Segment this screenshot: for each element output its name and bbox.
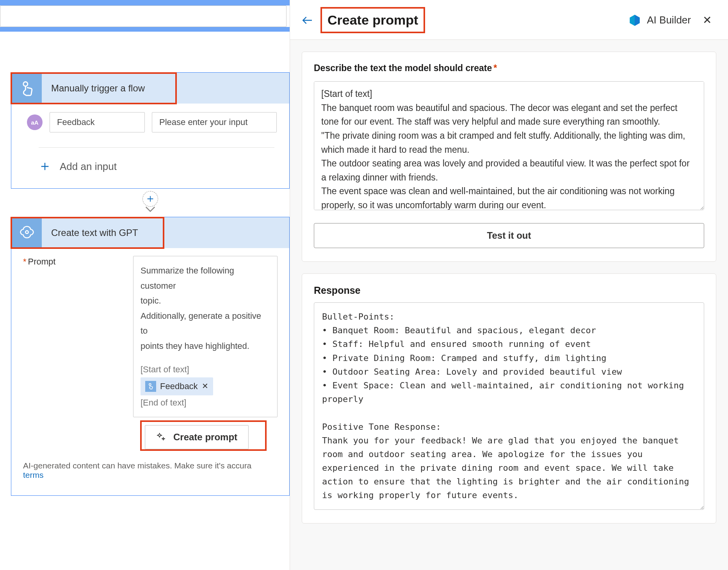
trigger-card[interactable]: Manually trigger a flow aA Feedback Plea… [11, 72, 290, 189]
ai-builder-brand: AI Builder [628, 14, 691, 27]
svg-point-1 [25, 231, 28, 233]
touch-icon [12, 73, 42, 103]
panel-header: Create prompt AI Builder ✕ [290, 0, 728, 40]
svg-point-2 [149, 383, 151, 385]
text-type-icon: aA [27, 114, 43, 130]
add-step-button[interactable] [142, 191, 158, 207]
remove-token-icon[interactable]: ✕ [202, 379, 208, 393]
ai-disclaimer: AI-generated content can have mistakes. … [11, 449, 289, 495]
prompt-field: *Prompt Summarize the following customer… [11, 248, 289, 449]
toolbar-accent-under [0, 27, 290, 32]
gpt-icon [12, 218, 42, 248]
trigger-title: Manually trigger a flow [43, 83, 145, 94]
touch-icon [145, 381, 156, 392]
describe-textarea[interactable] [314, 81, 704, 210]
search-input[interactable] [0, 5, 287, 27]
create-prompt-panel: Create prompt AI Builder ✕ Describe the … [290, 0, 728, 570]
gpt-title: Create text with GPT [43, 227, 138, 238]
terms-link[interactable]: terms [23, 470, 44, 479]
test-it-out-button[interactable]: Test it out [314, 223, 704, 248]
plus-icon [39, 160, 51, 173]
response-output[interactable]: Bullet-Points: • Banquet Room: Beautiful… [314, 302, 704, 510]
prompt-textarea[interactable]: Summarize the following customer topic. … [133, 256, 278, 417]
gpt-header[interactable]: Create text with GPT [11, 217, 289, 248]
describe-card: Describe the text the model should creat… [302, 52, 716, 262]
ai-builder-logo-icon [628, 14, 641, 27]
input-placeholder-field[interactable]: Please enter your input [152, 112, 277, 132]
flow-connector [11, 189, 290, 217]
toolbar-accent [0, 0, 290, 5]
back-arrow-icon[interactable] [301, 14, 313, 27]
panel-body: Describe the text the model should creat… [290, 40, 728, 570]
panel-title: Create prompt [328, 13, 418, 28]
close-icon[interactable]: ✕ [700, 14, 714, 27]
flow-designer: Manually trigger a flow aA Feedback Plea… [0, 0, 290, 570]
response-label: Response [314, 285, 704, 296]
arrow-down-icon [144, 205, 156, 214]
sparkle-icon [156, 432, 166, 442]
trigger-header[interactable]: Manually trigger a flow [11, 72, 289, 104]
feedback-token[interactable]: Feedback ✕ [141, 377, 213, 396]
input-name-field[interactable]: Feedback [50, 112, 145, 132]
add-input-button[interactable]: Add an input [11, 148, 289, 188]
response-card: Response Bullet-Points: • Banquet Room: … [302, 273, 716, 524]
svg-point-0 [23, 82, 28, 86]
trigger-input-row: aA Feedback Please enter your input [11, 104, 289, 132]
describe-label: Describe the text the model should creat… [314, 63, 704, 73]
create-prompt-button[interactable]: Create prompt [145, 425, 249, 449]
gpt-action-card[interactable]: Create text with GPT *Prompt Summarize t… [11, 217, 290, 496]
flow-canvas: Manually trigger a flow aA Feedback Plea… [11, 72, 290, 570]
